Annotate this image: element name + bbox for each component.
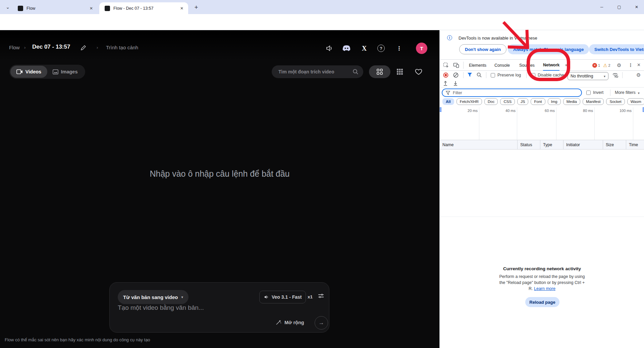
error-count-badge[interactable]: ✕1 [592,63,600,68]
project-title: Dec 07 - 13:57 [32,44,70,50]
column-time[interactable]: Time [626,140,644,149]
request-table-header: Name Status Type Initiator Size Time [440,140,644,150]
invert-filter-checkbox[interactable]: Invert [586,90,603,95]
devtools-settings-gear-icon[interactable]: ⚙ [617,62,621,68]
favorites-heart-icon[interactable] [409,65,428,78]
chip-img[interactable]: Img [548,98,561,105]
tab-close-icon[interactable]: ✕ [179,5,185,11]
user-avatar[interactable]: T [416,43,427,54]
record-network-log-icon[interactable] [443,72,448,78]
export-har-icon[interactable] [453,80,458,86]
tab-label: Flow - Dec 07 - 13:57 [113,6,179,11]
mode-selector[interactable]: Từ văn bản sang video ▾ [118,290,189,304]
network-settings-gear-icon[interactable]: ⚙ [636,72,641,78]
clip-search[interactable] [272,65,363,78]
throttling-select[interactable]: No throttling ▾ [568,72,608,80]
network-filter-input[interactable] [453,91,578,95]
disable-cache-checkbox[interactable]: Disable cache [531,73,564,77]
import-har-icon[interactable] [443,80,448,86]
preserve-log-checkbox[interactable]: Preserve log [491,73,521,77]
chip-font[interactable]: Font [531,98,545,105]
devtools-language-notification: DevTools is now available in Vietnamese [459,36,537,41]
flow-disclaimer: Flow có thể mắc sai sót nên bạn hãy xác … [5,337,150,342]
audio-icon[interactable] [325,44,334,53]
tab-close-icon[interactable]: ✕ [88,5,94,11]
column-name[interactable]: Name [440,140,518,149]
settings-sliders-icon[interactable] [318,293,324,299]
chip-manifest[interactable]: Manifest [583,98,604,105]
tab-network[interactable]: Network [543,60,559,71]
chip-css[interactable]: CSS [500,98,515,105]
chip-doc[interactable]: Doc [484,98,498,105]
column-size[interactable]: Size [603,140,626,149]
prompt-placeholder[interactable]: Tạo một video bằng văn bản... [118,304,204,311]
window-close-button[interactable]: ✕ [629,0,644,14]
clip-search-input[interactable] [278,69,353,74]
network-search-icon[interactable] [477,72,482,77]
flow-menu-kebab-icon[interactable]: ⋮ [394,44,404,53]
recording-status-title: Currently recording network activity [440,266,644,271]
breadcrumb-separator: › [24,45,25,50]
help-icon[interactable]: ? [376,44,386,53]
model-selector[interactable]: Veo 3.1 - Fast [259,291,306,303]
devtools-panel: i DevTools is now available in Vietnames… [439,30,644,348]
column-initiator[interactable]: Initiator [564,140,603,149]
warning-count-badge[interactable]: ⚠2 [603,63,610,68]
timeline-tick: 100 ms [608,109,632,113]
window-maximize-button[interactable]: ▢ [612,0,627,14]
device-toolbar-icon[interactable] [453,62,459,68]
reload-page-button[interactable]: Reload page [525,297,559,307]
browser-tab-flow-project[interactable]: Flow - Dec 07 - 13:57 ✕ [99,2,188,14]
column-status[interactable]: Status [518,140,540,149]
edit-pencil-icon[interactable] [78,43,88,52]
tab-images[interactable]: Images [47,66,83,78]
chip-js[interactable]: JS [517,98,528,105]
grid-2x2-view-icon[interactable] [369,65,390,78]
switch-devtools-language-button[interactable]: Switch DevTools to Vietnamese [589,44,644,54]
network-conditions-icon[interactable] [612,72,618,78]
wand-icon [275,320,281,326]
dont-show-again-button[interactable]: Don't show again [459,44,506,54]
devtools-tab-bar: Elements Console Sources Network » ✕1 ⚠2… [440,59,644,71]
chip-all[interactable]: All [442,98,454,105]
network-overview-timeline[interactable]: 20 ms 40 ms 60 ms 80 ms 100 ms [440,107,644,140]
tab-search-button[interactable]: ⌄ [3,3,12,11]
tab-videos[interactable]: Videos [10,66,47,78]
more-filters-button[interactable]: More filters▾ [615,90,640,95]
devtools-close-icon[interactable]: ✕ [637,62,641,67]
breadcrumb-app[interactable]: Flow [9,45,20,50]
filter-funnel-icon[interactable] [467,72,472,77]
new-tab-button[interactable]: + [192,3,201,12]
chip-fetch-xhr[interactable]: Fetch/XHR [457,98,482,105]
expand-button[interactable]: Mở rộng [275,320,304,326]
clear-network-log-icon[interactable] [453,72,459,78]
submit-arrow-button[interactable]: → [315,316,328,330]
grid-3x3-view-icon[interactable] [390,65,409,78]
timeline-left-handle[interactable] [440,107,441,112]
recording-help-line: the "Reload page" button or by pressing … [440,280,644,285]
column-type[interactable]: Type [540,140,564,149]
more-tabs-icon[interactable]: » [565,62,568,67]
tab-sources[interactable]: Sources [519,60,535,71]
chip-wasm[interactable]: Wasm [627,98,644,105]
discord-icon[interactable] [342,44,351,53]
recording-help-line: Perform a request or reload the page by … [440,274,644,279]
media-type-tabs: Videos Images [9,65,85,79]
network-filter-field[interactable] [442,89,582,97]
chip-socket[interactable]: Socket [606,98,625,105]
window-minimize-button[interactable]: ─ [594,0,609,14]
tab-console[interactable]: Console [494,60,510,71]
always-match-language-button[interactable]: Always match Chrome's language [508,44,589,54]
breadcrumb-page: Trình tạo cảnh [106,45,138,50]
browser-toolbar: ← → ⟳ labs.google/fx/vi/tools/flow/proje… [0,14,644,30]
view-toggle [369,65,428,78]
chip-media[interactable]: Media [563,98,580,105]
output-count[interactable]: x1 [308,294,313,299]
learn-more-link[interactable]: Learn more [534,286,555,291]
tab-elements[interactable]: Elements [469,60,486,71]
inspect-element-icon[interactable] [443,62,449,68]
x-logo-icon[interactable]: X [360,44,369,53]
browser-tab-flow[interactable]: Flow ✕ [12,2,98,14]
timeline-right-handle[interactable] [643,107,644,112]
devtools-menu-kebab-icon[interactable]: ⋮ [628,62,633,68]
